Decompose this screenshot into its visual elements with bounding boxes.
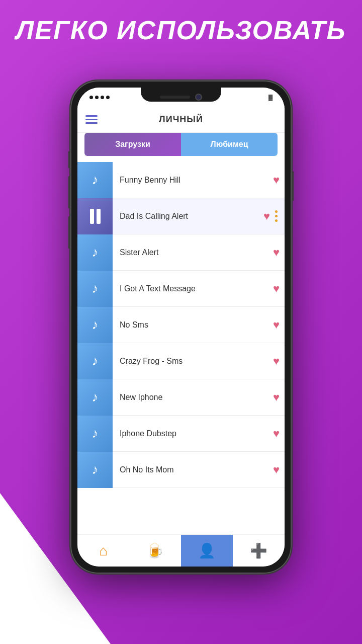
song-item[interactable]: ♪ Sister Alert ♥ xyxy=(77,234,285,271)
song-title: Crazy Frog - Sms xyxy=(113,357,273,366)
more-dot xyxy=(275,215,278,217)
song-title: Iphone Dubstep xyxy=(113,429,273,438)
favorite-heart-icon[interactable]: ♥ xyxy=(273,463,285,476)
favorite-heart-icon[interactable]: ♥ xyxy=(263,210,275,223)
favorite-heart-icon[interactable]: ♥ xyxy=(273,246,285,259)
phone-mockup: ▓ ЛИЧНЫЙ Загрузки Любимец ♪ xyxy=(70,80,292,574)
favorite-heart-icon[interactable]: ♥ xyxy=(273,391,285,404)
song-title: No Sms xyxy=(113,320,273,330)
music-note-icon: ♪ xyxy=(92,353,99,369)
song-title: Sister Alert xyxy=(113,248,273,257)
song-title: Dad Is Calling Alert xyxy=(113,212,263,221)
user-icon: 👤 xyxy=(198,542,216,559)
pause-bar-2 xyxy=(97,209,101,224)
song-list: ♪ Funny Benny Hill ♥ Dad Is Calling Aler… xyxy=(77,162,285,534)
song-item[interactable]: ♪ New Iphone ♥ xyxy=(77,379,285,416)
pause-bar-1 xyxy=(90,209,94,224)
tab-downloads[interactable]: Загрузки xyxy=(84,133,181,156)
music-note-icon: ♪ xyxy=(92,317,99,333)
speaker xyxy=(160,96,190,99)
mute-button xyxy=(68,151,70,169)
more-dot xyxy=(275,219,278,222)
song-item[interactable]: ♪ I Got A Text Message ♥ xyxy=(77,271,285,307)
song-title: New Iphone xyxy=(113,393,273,402)
music-note-icon: ♪ xyxy=(92,389,99,405)
song-title: Funny Benny Hill xyxy=(113,176,273,185)
favorite-heart-icon[interactable]: ♥ xyxy=(273,427,285,440)
dot-3 xyxy=(101,96,104,99)
music-note-icon: ♪ xyxy=(92,245,99,260)
music-note-icon: ♪ xyxy=(92,462,99,477)
song-item[interactable]: ♪ Crazy Frog - Sms ♥ xyxy=(77,343,285,379)
song-icon-area: ♪ xyxy=(77,416,113,452)
favorite-heart-icon[interactable]: ♥ xyxy=(273,174,285,187)
phone-notch xyxy=(141,88,221,102)
camera-area xyxy=(160,94,202,101)
nav-bar: ЛИЧНЫЙ xyxy=(77,107,285,133)
more-options-icon[interactable] xyxy=(275,210,285,222)
song-icon-area: ♪ xyxy=(77,452,113,488)
song-icon-area: ♪ xyxy=(77,379,113,416)
more-dot xyxy=(275,210,278,213)
volume-up-button xyxy=(68,176,70,209)
nav-home-button[interactable]: ⌂ xyxy=(77,535,129,567)
dot-4 xyxy=(106,96,110,99)
song-item-playing[interactable]: Dad Is Calling Alert ♥ xyxy=(77,198,285,234)
music-note-icon: ♪ xyxy=(92,281,99,296)
add-icon: ➕ xyxy=(250,542,267,559)
signal-dots xyxy=(89,96,110,99)
song-title: I Got A Text Message xyxy=(113,284,273,293)
nav-add-button[interactable]: ➕ xyxy=(233,535,285,567)
song-item[interactable]: ♪ Funny Benny Hill ♥ xyxy=(77,162,285,198)
hamburger-line-1 xyxy=(85,115,98,117)
music-note-icon: ♪ xyxy=(92,426,99,441)
hamburger-line-2 xyxy=(85,119,98,120)
beer-icon: 🍺 xyxy=(146,542,164,559)
song-icon-area: ♪ xyxy=(77,307,113,343)
battery-indicator: ▓ xyxy=(268,94,273,100)
song-title: Oh No Its Mom xyxy=(113,465,273,474)
song-icon-area: ♪ xyxy=(77,234,113,271)
favorite-heart-icon[interactable]: ♥ xyxy=(273,318,285,332)
song-icon-area: ♪ xyxy=(77,162,113,198)
page-header: ЛЕГКО ИСПОЛЬЗОВАТЬ xyxy=(0,15,362,45)
tab-selector: Загрузки Любимец xyxy=(84,133,278,156)
front-camera xyxy=(195,94,202,101)
power-button xyxy=(292,171,294,201)
dot-2 xyxy=(95,96,99,99)
song-icon-area-playing xyxy=(77,198,113,234)
song-item[interactable]: ♪ Iphone Dubstep ♥ xyxy=(77,416,285,452)
favorite-heart-icon[interactable]: ♥ xyxy=(273,355,285,368)
pause-icon xyxy=(90,209,101,224)
song-icon-area: ♪ xyxy=(77,271,113,307)
song-item[interactable]: ♪ No Sms ♥ xyxy=(77,307,285,343)
volume-down-button xyxy=(68,216,70,249)
hamburger-menu-button[interactable] xyxy=(85,115,98,124)
song-icon-area: ♪ xyxy=(77,343,113,379)
music-note-icon: ♪ xyxy=(92,172,99,188)
phone-screen: ▓ ЛИЧНЫЙ Загрузки Любимец ♪ xyxy=(77,88,285,567)
song-item[interactable]: ♪ Oh No Its Mom ♥ xyxy=(77,452,285,488)
bottom-navigation: ⌂ 🍺 👤 ➕ xyxy=(77,534,285,567)
nav-user-button[interactable]: 👤 xyxy=(181,535,233,567)
nav-beer-button[interactable]: 🍺 xyxy=(129,535,181,567)
tab-favorites[interactable]: Любимец xyxy=(181,133,278,156)
nav-title: ЛИЧНЫЙ xyxy=(159,114,203,125)
hamburger-line-3 xyxy=(85,122,98,124)
home-icon: ⌂ xyxy=(99,543,108,559)
favorite-heart-icon[interactable]: ♥ xyxy=(273,282,285,295)
dot-1 xyxy=(89,96,93,99)
